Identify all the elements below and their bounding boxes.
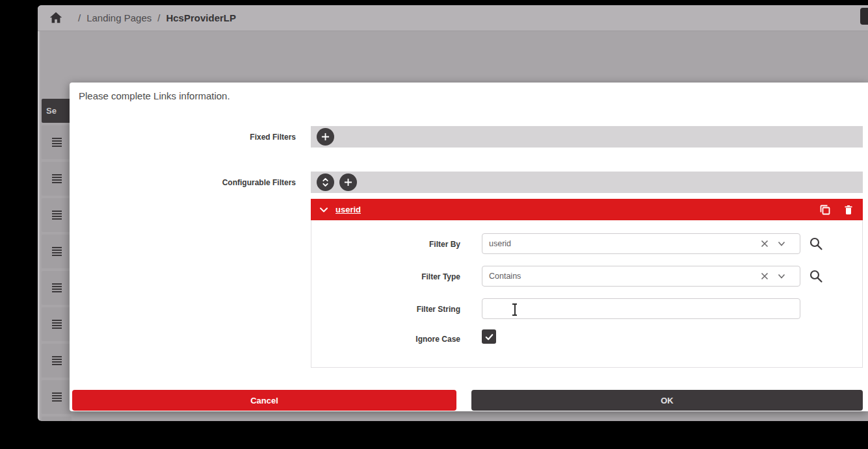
fixed-filters-label: Fixed Filters [70,133,296,142]
drag-handle-icon [52,247,62,256]
filter-type-input[interactable] [482,266,800,287]
add-fixed-filter-button[interactable] [317,128,334,146]
reorder-filters-button[interactable] [317,173,334,191]
trash-icon[interactable] [843,204,854,216]
drag-handle-icon [52,356,62,365]
screen: / Landing Pages / HcsProviderLP Se Pleas… [0,0,868,449]
copy-icon[interactable] [819,204,831,216]
table-row[interactable] [42,307,72,341]
table-row[interactable] [42,125,72,159]
fixed-filters-toolbar [311,126,863,148]
breadcrumb-separator: / [78,12,81,23]
filter-detail-panel: Filter By Filter Type [311,220,863,368]
clear-x-icon[interactable] [760,239,769,248]
filter-by-input[interactable] [482,233,800,254]
filter-by-label: Filter By [311,240,460,249]
chevron-down-icon[interactable] [319,205,328,214]
text-ibeam-cursor [512,303,518,316]
background-table: Se [42,99,72,421]
dropdown-chevron-icon[interactable] [777,272,786,281]
home-icon[interactable] [49,11,63,25]
drag-handle-icon [52,211,62,220]
breadcrumb-item-current: HcsProviderLP [166,12,236,23]
table-column-header: Se [42,99,72,123]
configurable-filters-toolbar [311,172,863,193]
filter-string-label: Filter String [311,305,460,314]
breadcrumb-item-landing-pages[interactable]: Landing Pages [86,12,151,23]
drag-handle-icon [52,138,62,147]
drag-handle-icon [52,392,62,402]
add-configurable-filter-button[interactable] [339,173,357,191]
table-row[interactable] [42,380,72,414]
breadcrumb: / Landing Pages / HcsProviderLP [38,5,868,31]
dropdown-chevron-icon[interactable] [777,239,786,248]
links-information-dialog: Please complete Links information. Fixed… [70,83,868,411]
configurable-filters-label: Configurable Filters [70,178,296,187]
table-row[interactable] [42,344,72,378]
table-row[interactable] [42,417,72,421]
filter-name-link[interactable]: userid [335,205,361,214]
ignore-case-label: Ignore Case [311,335,460,344]
drag-handle-icon [52,320,62,329]
checkmark-icon [484,332,494,342]
table-row[interactable] [42,162,72,196]
plus-icon [344,178,352,186]
topbar-partial-icon [860,8,868,25]
ok-button[interactable]: OK [471,390,863,411]
ignore-case-checkbox[interactable] [482,329,496,344]
drag-handle-icon [52,283,62,292]
table-row[interactable] [42,271,72,305]
table-row[interactable] [42,198,72,232]
cancel-button[interactable]: Cancel [72,390,456,411]
table-row[interactable] [42,235,72,268]
filter-card-header[interactable]: userid [311,199,863,220]
search-icon[interactable] [808,268,824,284]
plus-icon [321,133,330,141]
dialog-title: Please complete Links information. [79,90,230,101]
filter-string-input[interactable] [482,298,800,319]
drag-handle-icon [52,174,62,183]
filter-type-label: Filter Type [311,272,460,281]
clear-x-icon[interactable] [760,272,769,281]
reorder-icon [322,177,329,187]
search-icon[interactable] [808,236,824,251]
breadcrumb-separator: / [157,12,160,23]
